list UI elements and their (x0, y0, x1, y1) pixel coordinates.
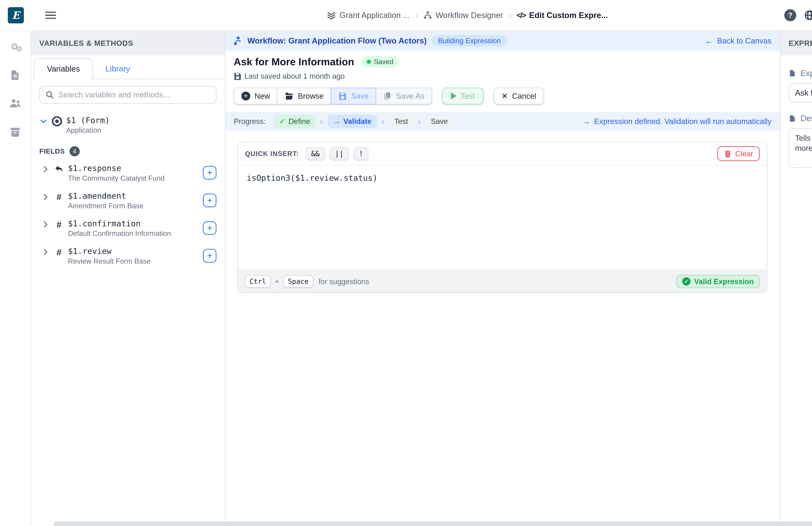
validation-message: → Expression defined. Validation will ru… (582, 117, 771, 126)
step-label: Validate (343, 117, 372, 126)
test-label: Test (461, 91, 475, 101)
editor-toolbar: + New Browse Save Sav (234, 88, 771, 104)
menu-icon[interactable] (45, 10, 56, 20)
main-area: Workflow: Grant Application Flow (Two Ac… (226, 31, 780, 526)
chevron-down-icon[interactable] (39, 117, 47, 126)
step-label: Save (431, 117, 448, 126)
insert-variable-button[interactable]: + (203, 193, 217, 207)
logo-letter: E (12, 9, 20, 21)
progress-label: Progress: (234, 117, 265, 126)
chevron-right-icon[interactable] (42, 165, 49, 173)
quick-insert-label: QUICK INSERT: (245, 150, 299, 158)
expression-name-label: Expression Name (800, 69, 812, 78)
documents-icon[interactable] (8, 68, 23, 82)
back-arrow-icon: ← (705, 35, 714, 46)
check-icon: ✓ (279, 117, 286, 126)
insert-variable-button[interactable]: + (203, 166, 217, 179)
archive-icon[interactable] (8, 125, 23, 140)
last-saved-row: Last saved about 1 month ago (234, 72, 771, 81)
progress-stepper: Progress: ✓ Define › → Validate › Test ›… (226, 112, 780, 131)
description-label-row: Description (788, 114, 812, 123)
expression-editor-card: QUICK INSERT: && || ! Clear isOption3($1… (237, 142, 767, 293)
ctrl-keycap: Ctrl (245, 275, 271, 288)
insert-variable-button[interactable]: + (203, 249, 217, 263)
plus-circle-icon: + (241, 91, 250, 101)
cancel-button[interactable]: ✕ Cancel (494, 88, 544, 104)
fields-label: FIELDS (39, 147, 65, 155)
processes-gears-icon[interactable]: ⚙⚙ (8, 39, 23, 54)
breadcrumb: Grant Application ... › Workflow Designe… (0, 10, 812, 20)
breadcrumb-item-workflow-list[interactable]: Grant Application ... (327, 11, 409, 20)
arrow-right-icon: → (333, 117, 340, 126)
tree-root-form[interactable]: $1 (Form) Application (39, 116, 217, 134)
breadcrumb-label: Edit Custom Expre... (529, 11, 608, 20)
new-button[interactable]: + New (234, 88, 277, 104)
field-subtitle: Review Result Form Base (68, 257, 150, 265)
save-label: Save (351, 91, 369, 101)
step-label: Define (289, 117, 310, 126)
field-subtitle: The Community Catalyst Fund (68, 174, 164, 182)
expression-code-editor[interactable]: isOption3($1.review.status) (238, 165, 767, 270)
users-icon[interactable] (8, 97, 23, 111)
step-separator: › (418, 117, 421, 126)
breadcrumb-item-workflow-designer[interactable]: Workflow Designer (423, 11, 503, 20)
search-icon (45, 90, 54, 99)
editor-footer: Ctrl + Space for suggestions ✓ Valid Exp… (238, 270, 767, 292)
insert-variable-button[interactable]: + (203, 221, 217, 235)
reply-icon (54, 164, 64, 174)
insert-not-button[interactable]: ! (353, 147, 368, 160)
tree-item-confirmation[interactable]: # $1.confirmation Default Confirmation I… (42, 219, 217, 237)
play-icon (451, 92, 456, 100)
tab-library[interactable]: Library (93, 59, 143, 79)
tree-item-review[interactable]: # $1.review Review Result Form Base + (42, 246, 217, 265)
field-subtitle: Default Confirmation Information (68, 229, 171, 237)
help-button[interactable]: ? (784, 9, 796, 21)
variables-panel: VARIABLES & METHODS Variables Library $1… (31, 31, 226, 526)
workflow-context-bar: Workflow: Grant Application Flow (Two Ac… (226, 31, 780, 50)
save-button[interactable]: Save (331, 88, 376, 104)
chevron-right-icon[interactable] (42, 221, 49, 229)
browse-label: Browse (298, 91, 324, 101)
search-input[interactable] (58, 90, 211, 99)
step-validate: → Validate (328, 115, 377, 128)
tree-item-response[interactable]: $1.response The Community Catalyst Fund … (42, 163, 217, 182)
back-to-canvas-link[interactable]: ← Back to Canvas (705, 35, 771, 46)
status-dot (367, 60, 371, 64)
document-icon (788, 69, 796, 77)
fields-count-badge: 4 (70, 146, 79, 156)
breadcrumb-label: Workflow Designer (436, 11, 503, 20)
cancel-label: Cancel (512, 91, 536, 101)
floppy-icon (338, 92, 347, 100)
test-button[interactable]: Test (442, 88, 484, 104)
new-label: New (255, 91, 270, 101)
app-logo[interactable]: E (8, 7, 24, 23)
hash-icon: # (54, 192, 64, 202)
clear-button[interactable]: Clear (717, 146, 760, 161)
close-icon: ✕ (501, 91, 508, 101)
validation-message-text: Expression defined. Validation will run … (594, 117, 771, 126)
browse-button[interactable]: Browse (277, 88, 331, 104)
chevron-right-icon[interactable] (42, 193, 49, 201)
floppy-icon (234, 72, 242, 80)
breadcrumb-item-edit-expression[interactable]: </> Edit Custom Expre... (517, 11, 608, 20)
variables-search[interactable] (39, 86, 217, 104)
step-separator: › (382, 117, 384, 126)
chevron-right-icon[interactable] (42, 248, 49, 256)
tab-variables[interactable]: Variables (34, 58, 93, 79)
plus-text: + (275, 277, 279, 286)
globe-icon[interactable] (804, 10, 812, 21)
insert-or-button[interactable]: || (330, 147, 349, 160)
fields-header: FIELDS 4 (39, 146, 217, 156)
breadcrumb-separator: › (508, 10, 511, 20)
step-define: ✓ Define (274, 115, 315, 128)
description-textarea[interactable]: Tells that the reviewer is asking for mo… (788, 128, 812, 168)
expression-name-label-row: Expression Name * (788, 69, 812, 78)
insert-and-button[interactable]: && (306, 147, 325, 160)
save-as-button[interactable]: Save As (376, 88, 432, 104)
horizontal-scrollbar[interactable] (54, 522, 812, 526)
expression-name-input[interactable] (788, 83, 812, 102)
valid-expression-label: Valid Expression (694, 277, 754, 286)
back-link-label: Back to Canvas (717, 36, 771, 45)
tree-item-amendment[interactable]: # $1.amendment Amendment Form Base + (42, 191, 217, 210)
root-name: $1 (Form) (66, 116, 110, 125)
